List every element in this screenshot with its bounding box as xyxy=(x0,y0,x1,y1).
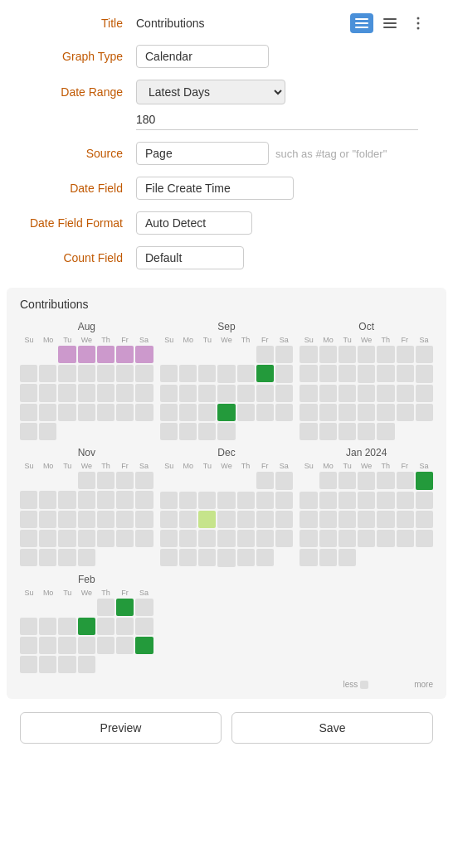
legend-cell-3 xyxy=(392,681,401,689)
graph-type-row: Graph Type xyxy=(20,45,433,68)
dots-icon[interactable] xyxy=(407,13,430,33)
calendar-mid-grid: Nov Su Mo Tu We Th Fr Sa xyxy=(20,447,433,566)
svg-point-7 xyxy=(417,22,420,25)
count-field-label: Count Field xyxy=(20,251,136,264)
source-hint: such as #tag or "folder" xyxy=(275,148,387,160)
date-field-row: Date Field xyxy=(20,177,433,200)
calendar-top-grid: Aug Su Mo Tu We Th Fr Sa xyxy=(20,321,433,440)
legend-cell-4 xyxy=(403,681,412,689)
legend-less-label: less xyxy=(343,680,358,689)
date-field-input[interactable] xyxy=(136,177,294,200)
count-field-input[interactable] xyxy=(136,246,244,269)
date-field-label: Date Field xyxy=(20,182,136,195)
header-icons xyxy=(350,13,430,33)
source-input[interactable] xyxy=(136,142,269,165)
date-field-format-label: Date Field Format xyxy=(20,216,136,230)
date-range-row: Date Range Latest Days xyxy=(20,80,433,104)
graph-type-input[interactable] xyxy=(136,45,269,68)
month-jan2024: Jan 2024 Su Mo Tu We Th Fr Sa xyxy=(300,447,433,566)
preview-section: Contributions Aug Su Mo Tu We Th Fr Sa xyxy=(7,288,446,699)
graph-type-label: Graph Type xyxy=(20,50,136,63)
preview-title: Contributions xyxy=(20,298,433,311)
source-row: Source such as #tag or "folder" xyxy=(20,142,433,165)
svg-rect-0 xyxy=(355,18,368,20)
days-row xyxy=(20,109,433,130)
month-nov: Nov Su Mo Tu We Th Fr Sa xyxy=(20,447,153,566)
month-dec: Dec Su Mo Tu We Th Fr Sa xyxy=(160,447,294,566)
count-field-row: Count Field xyxy=(20,246,433,269)
legend-cell-1 xyxy=(371,681,379,689)
bottom-buttons: Preview Save xyxy=(0,699,453,757)
preview-button[interactable]: Preview xyxy=(20,712,222,744)
svg-rect-5 xyxy=(383,27,397,28)
svg-rect-2 xyxy=(355,27,368,28)
svg-point-8 xyxy=(417,27,420,30)
svg-rect-1 xyxy=(355,22,368,24)
svg-rect-4 xyxy=(383,22,397,24)
date-range-select[interactable]: Latest Days xyxy=(136,80,285,104)
title-label: Title xyxy=(20,17,136,30)
date-field-format-row: Date Field Format xyxy=(20,211,433,235)
legend-more-label: more xyxy=(414,680,433,689)
month-sep: Sep Su Mo Tu We Th Fr Sa xyxy=(160,321,294,440)
hamburger-icon[interactable] xyxy=(378,13,402,33)
days-input[interactable] xyxy=(136,109,418,130)
month-oct: Oct Su Mo Tu We Th Fr Sa xyxy=(300,321,433,440)
svg-point-6 xyxy=(417,17,420,20)
month-feb: Feb Su Mo Tu We Th Fr Sa xyxy=(20,574,153,674)
source-label: Source xyxy=(20,147,136,160)
list-icon[interactable] xyxy=(350,13,373,33)
calendar-bottom-grid: Feb Su Mo Tu We Th Fr Sa xyxy=(20,574,433,674)
legend-cell-2 xyxy=(382,681,390,689)
title-value: Contributions xyxy=(136,17,350,30)
month-aug: Aug Su Mo Tu We Th Fr Sa xyxy=(20,321,153,440)
calendar-legend: less more xyxy=(20,680,433,689)
save-button[interactable]: Save xyxy=(231,712,433,744)
legend-cell-0 xyxy=(360,681,368,689)
date-field-format-input[interactable] xyxy=(136,211,252,235)
title-row: Title Contributions xyxy=(20,13,433,33)
svg-rect-3 xyxy=(383,18,397,20)
date-range-label: Date Range xyxy=(20,85,136,99)
